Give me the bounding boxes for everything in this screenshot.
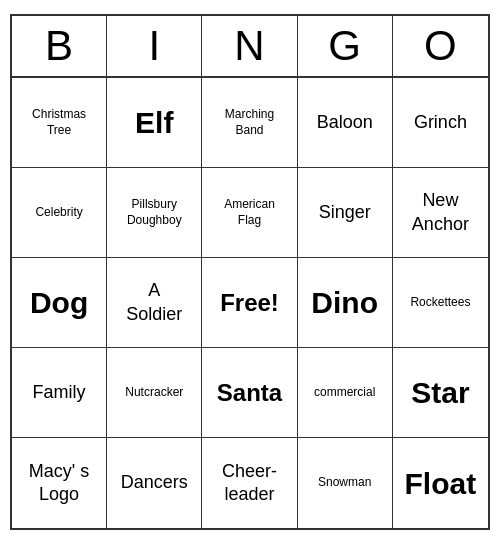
cell-label: Dino	[311, 283, 378, 322]
bingo-cell: Marching Band	[202, 78, 297, 168]
bingo-cell: Christmas Tree	[12, 78, 107, 168]
cell-label: American Flag	[224, 197, 275, 228]
bingo-cell: Dog	[12, 258, 107, 348]
bingo-card: BINGO Christmas TreeElfMarching BandBalo…	[10, 14, 490, 530]
bingo-grid: Christmas TreeElfMarching BandBaloonGrin…	[12, 78, 488, 528]
cell-label: Dancers	[121, 471, 188, 494]
cell-label: Cheer- leader	[222, 460, 277, 507]
bingo-cell: Snowman	[298, 438, 393, 528]
bingo-cell: Star	[393, 348, 488, 438]
bingo-cell: A Soldier	[107, 258, 202, 348]
cell-label: A Soldier	[126, 279, 182, 326]
cell-label: Elf	[135, 103, 173, 142]
bingo-cell: Singer	[298, 168, 393, 258]
cell-label: commercial	[314, 385, 375, 401]
bingo-cell: American Flag	[202, 168, 297, 258]
bingo-cell: New Anchor	[393, 168, 488, 258]
cell-label: Free!	[220, 287, 279, 318]
cell-label: Marching Band	[225, 107, 274, 138]
cell-label: Snowman	[318, 475, 371, 491]
bingo-cell: Family	[12, 348, 107, 438]
bingo-cell: Pillsbury Doughboy	[107, 168, 202, 258]
cell-label: Santa	[217, 377, 282, 408]
cell-label: Family	[33, 381, 86, 404]
cell-label: Grinch	[414, 111, 467, 134]
cell-label: Dog	[30, 283, 88, 322]
cell-label: Float	[405, 464, 477, 503]
bingo-cell: Elf	[107, 78, 202, 168]
bingo-cell: Float	[393, 438, 488, 528]
bingo-cell: Cheer- leader	[202, 438, 297, 528]
cell-label: Celebrity	[35, 205, 82, 221]
bingo-cell: commercial	[298, 348, 393, 438]
header-letter: O	[393, 16, 488, 76]
header-letter: G	[298, 16, 393, 76]
cell-label: Macy' s Logo	[29, 460, 89, 507]
header-letter: N	[202, 16, 297, 76]
bingo-cell: Dino	[298, 258, 393, 348]
header-letter: B	[12, 16, 107, 76]
bingo-header: BINGO	[12, 16, 488, 78]
bingo-cell: Free!	[202, 258, 297, 348]
bingo-cell: Santa	[202, 348, 297, 438]
cell-label: Pillsbury Doughboy	[127, 197, 182, 228]
bingo-cell: Baloon	[298, 78, 393, 168]
bingo-cell: Macy' s Logo	[12, 438, 107, 528]
bingo-cell: Rockettees	[393, 258, 488, 348]
bingo-cell: Dancers	[107, 438, 202, 528]
bingo-cell: Grinch	[393, 78, 488, 168]
cell-label: Rockettees	[410, 295, 470, 311]
cell-label: New Anchor	[412, 189, 469, 236]
cell-label: Christmas Tree	[32, 107, 86, 138]
cell-label: Star	[411, 373, 469, 412]
header-letter: I	[107, 16, 202, 76]
bingo-cell: Nutcracker	[107, 348, 202, 438]
cell-label: Baloon	[317, 111, 373, 134]
cell-label: Singer	[319, 201, 371, 224]
bingo-cell: Celebrity	[12, 168, 107, 258]
cell-label: Nutcracker	[125, 385, 183, 401]
